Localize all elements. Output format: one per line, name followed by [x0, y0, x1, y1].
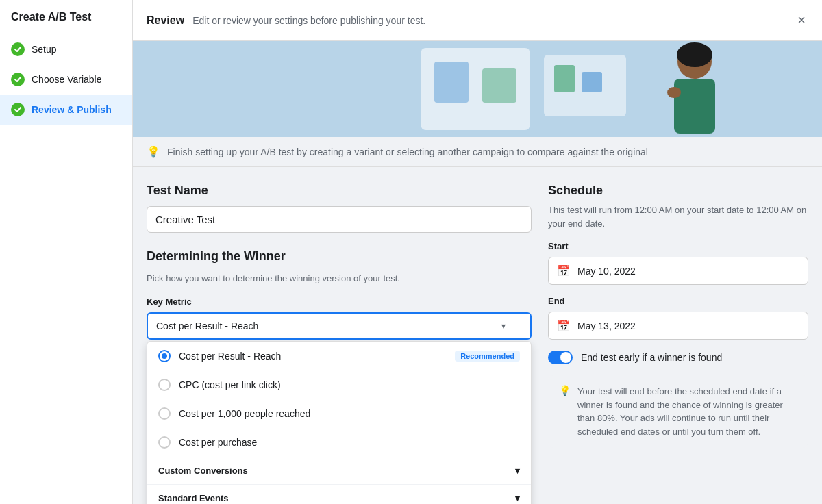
sidebar-label-review-publish: Review & Publish: [32, 104, 112, 115]
svg-point-10: [667, 87, 681, 98]
sidebar-label-choose-variable: Choose Variable: [32, 74, 101, 85]
left-column: Test Name Determining the Winner Pick ho…: [147, 184, 532, 488]
test-name-title: Test Name: [147, 184, 532, 198]
svg-rect-7: [554, 65, 575, 92]
end-test-early-row: End test early if a winner is found: [548, 351, 808, 364]
content-area: Test Name Determining the Winner Pick ho…: [133, 167, 822, 504]
radio-cost-per-result-reach: [158, 350, 171, 362]
radio-cost-per-purchase: [158, 436, 171, 449]
hero-image: [133, 41, 822, 137]
option-cost-per-purchase[interactable]: Cost per purchase: [147, 428, 531, 457]
test-name-input[interactable]: [147, 206, 532, 233]
schedule-desc: This test will run from 12:00 AM on your…: [548, 203, 808, 230]
info-box-text: Your test will end before the scheduled …: [577, 385, 797, 438]
schedule-title: Schedule: [548, 184, 808, 198]
option-group-standard-events[interactable]: Standard Events ▾: [147, 484, 531, 505]
close-button[interactable]: ×: [795, 10, 808, 31]
app-container: Create A/B Test Setup Choose Variable Re…: [0, 0, 822, 504]
info-box-icon: 💡: [559, 385, 571, 438]
svg-rect-5: [674, 79, 715, 134]
option-label-cost-per-result-reach: Cost per Result - Reach: [179, 351, 447, 362]
calendar-icon-end: 📅: [557, 319, 571, 332]
sidebar-title: Create A/B Test: [0, 11, 132, 34]
svg-point-9: [677, 42, 712, 67]
svg-rect-8: [582, 72, 602, 92]
end-date-value: May 13, 2022: [577, 320, 636, 331]
key-metric-label: Key Metric: [147, 297, 532, 307]
chevron-down-custom-icon: ▾: [515, 466, 520, 476]
header-left: Review Edit or review your settings befo…: [147, 14, 425, 27]
sidebar-label-setup: Setup: [32, 44, 57, 55]
schedule-info-box: 💡 Your test will end before the schedule…: [548, 375, 808, 448]
custom-conversions-label: Custom Conversions: [158, 466, 248, 476]
info-bar-text: Finish setting up your A/B test by creat…: [167, 147, 648, 158]
chevron-down-icon: ▾: [501, 321, 506, 331]
check-icon-choose-variable: [11, 73, 25, 86]
winner-section-title: Determining the Winner: [147, 249, 532, 264]
option-cpc[interactable]: CPC (cost per link click): [147, 370, 531, 399]
right-column: Schedule This test will run from 12:00 A…: [548, 184, 808, 488]
option-label-cost-per-1000: Cost per 1,000 people reached: [179, 408, 520, 419]
info-bar: 💡 Finish setting up your A/B test by cre…: [133, 137, 822, 167]
toggle-label: End test early if a winner is found: [581, 352, 722, 363]
check-icon-review-publish: [11, 103, 25, 116]
end-date-input[interactable]: 📅 May 13, 2022: [548, 312, 808, 340]
winner-section-desc: Pick how you want to determine the winni…: [147, 272, 532, 286]
main-panel: Review Edit or review your settings befo…: [133, 0, 822, 504]
option-label-cpc: CPC (cost per link click): [179, 379, 520, 390]
end-test-early-toggle[interactable]: [548, 351, 573, 364]
header-subtitle: Edit or review your settings before publ…: [192, 15, 425, 26]
sidebar: Create A/B Test Setup Choose Variable Re…: [0, 0, 133, 504]
radio-cost-per-1000: [158, 407, 171, 420]
bulb-icon: 💡: [147, 145, 160, 158]
radio-inner-icon: [162, 353, 167, 359]
start-date-input[interactable]: 📅 May 10, 2022: [548, 257, 808, 285]
option-label-cost-per-purchase: Cost per purchase: [179, 437, 520, 448]
dropdown-options-list: Cost per Result - Reach Recommended CPC …: [147, 341, 532, 505]
calendar-icon-start: 📅: [557, 264, 571, 277]
option-cost-per-result-reach[interactable]: Cost per Result - Reach Recommended: [147, 342, 531, 370]
dropdown-selected-value: Cost per Result - Reach: [156, 320, 258, 331]
chevron-down-standard-icon: ▾: [515, 493, 520, 503]
option-cost-per-1000[interactable]: Cost per 1,000 people reached: [147, 399, 531, 428]
check-icon-setup: [11, 42, 25, 56]
start-label: Start: [548, 241, 808, 251]
toggle-knob: [560, 352, 571, 363]
header-title: Review: [147, 14, 184, 27]
key-metric-dropdown[interactable]: Cost per Result - Reach ▾: [147, 312, 532, 340]
key-metric-dropdown-wrapper: Cost per Result - Reach ▾ Cost per Resul…: [147, 312, 532, 505]
radio-cpc: [158, 379, 171, 391]
option-group-custom-conversions[interactable]: Custom Conversions ▾: [147, 457, 531, 484]
end-label: End: [548, 296, 808, 306]
start-date-value: May 10, 2022: [577, 266, 636, 277]
svg-rect-3: [482, 68, 516, 103]
standard-events-label: Standard Events: [158, 493, 229, 503]
recommended-badge: Recommended: [455, 351, 520, 362]
svg-rect-2: [434, 62, 469, 103]
sidebar-item-choose-variable[interactable]: Choose Variable: [0, 64, 132, 94]
header: Review Edit or review your settings befo…: [133, 0, 822, 41]
sidebar-item-setup[interactable]: Setup: [0, 34, 132, 64]
sidebar-item-review-publish[interactable]: Review & Publish: [0, 94, 132, 125]
